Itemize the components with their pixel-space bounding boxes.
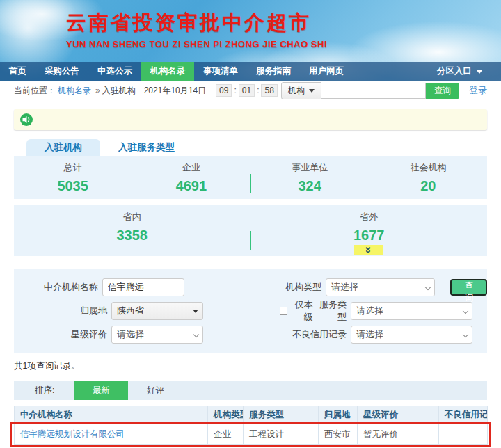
col-header-region: 归属地 (319, 406, 358, 424)
clock-seconds: 58 (261, 84, 277, 97)
nav-item-service-guide[interactable]: 服务指南 (247, 62, 300, 81)
result-count: 共1项查询记录。 (14, 360, 487, 372)
service-type-label: 服务类型 (316, 298, 347, 323)
stat-in-province: 省内 3358 (14, 205, 250, 256)
stat-label: 社会机构 (369, 161, 487, 174)
star-rating-value: 请选择 (117, 329, 144, 339)
cell-service-type: 工程设计 (244, 424, 319, 445)
breadcrumb-current: 入驻机构 (102, 85, 136, 97)
chevron-down-icon (463, 308, 468, 314)
content: 入驻机构 入驻服务类型 总计 5035 企业 4691 事业单位 324 社会机… (0, 109, 501, 448)
sort-bar: 排序: 最新 好评 (14, 381, 487, 400)
col-header-star-rating: 星级评价 (358, 406, 439, 424)
login-link[interactable]: 登录 (469, 84, 487, 97)
star-rating-label: 星级评价 (14, 328, 111, 341)
nav-item-item-list[interactable]: 事项清单 (194, 62, 247, 81)
zone-entry-label: 分区入口 (437, 65, 472, 77)
stat-value: 5035 (14, 178, 132, 194)
region-value: 陕西省 (117, 305, 144, 316)
site-subtitle: YUN NAN SHENG TOU ZI SHEN PI ZHONG JIE C… (66, 39, 501, 49)
chevron-down-icon (193, 310, 198, 313)
org-type-value: 请选择 (331, 282, 358, 292)
col-header-credit-record: 不良信用记录 (439, 406, 488, 424)
org-name-label: 中介机构名称 (14, 281, 102, 294)
breadcrumb-separator: » (95, 86, 100, 95)
sort-label: 排序: (14, 381, 54, 400)
stat-label: 事业单位 (251, 161, 369, 174)
sort-option-best-rated[interactable]: 好评 (128, 381, 182, 400)
chevron-down-icon (309, 89, 315, 93)
org-name-input[interactable] (102, 278, 185, 296)
credit-record-value: 请选择 (356, 329, 383, 339)
col-header-org-type: 机构类型 (208, 406, 244, 424)
org-type-select[interactable]: 请选择 (326, 278, 436, 296)
stat-value: 1677 (251, 227, 488, 243)
org-link[interactable]: 信宇腾远规划设计有限公司 (20, 429, 125, 439)
region-select[interactable]: 陕西省 (111, 302, 203, 320)
star-rating-select[interactable]: 请选择 (111, 326, 203, 344)
filter-row-1: 中介机构名称 机构类型 请选择 查询 (14, 275, 487, 299)
breadcrumb-link-directory[interactable]: 机构名录 (58, 85, 91, 97)
speaker-icon[interactable] (19, 113, 33, 127)
nav-item-selection-publicity[interactable]: 中选公示 (88, 62, 141, 81)
top-search-query-button[interactable]: 查询 (426, 83, 459, 99)
stats-panel-region: 省内 3358 省外 1677 (14, 205, 487, 256)
zone-entry-dropdown[interactable]: 分区入口 (419, 62, 501, 81)
clock-minutes: 01 (239, 84, 255, 97)
only-local-checkbox[interactable] (280, 307, 287, 315)
clock-colon: : (257, 86, 259, 95)
nav-spacer (353, 62, 419, 81)
filter-panel: 中介机构名称 机构类型 请选择 查询 归属地 陕西省 (14, 269, 487, 353)
current-date: 2021年10月14日 (144, 85, 206, 97)
stat-value: 20 (369, 178, 487, 194)
filter-row-3: 星级评价 请选择 不良信用记录 请选择 (14, 323, 487, 346)
top-search-input[interactable] (321, 83, 426, 99)
filter-query-button[interactable]: 查询 (450, 279, 487, 296)
breadcrumb-row: 当前位置： 机构名录 » 入驻机构 2021年10月14日 09 : 01 : … (0, 81, 501, 100)
results-table-wrap: 中介机构名称 机构类型 服务类型 归属地 星级评价 不良信用记录 信宇腾远规划设… (14, 406, 487, 445)
stat-value: 4691 (132, 178, 250, 194)
tab-registered-service-types[interactable]: 入驻服务类型 (100, 139, 193, 156)
search-category-label: 机构 (288, 85, 305, 97)
credit-record-select[interactable]: 请选择 (351, 326, 472, 344)
main-nav: 首页 采购公告 中选公示 机构名录 事项清单 服务指南 用户网页 分区入口 (0, 62, 501, 81)
only-local-label: 仅本级 (290, 298, 313, 323)
col-header-service-type: 服务类型 (244, 406, 319, 424)
page: 云南省投资审批中介超市 YUN NAN SHENG TOU ZI SHEN PI… (0, 0, 501, 448)
site-header: 云南省投资审批中介超市 YUN NAN SHENG TOU ZI SHEN PI… (0, 0, 501, 81)
tab-registered-orgs[interactable]: 入驻机构 (26, 139, 100, 156)
sort-option-newest[interactable]: 最新 (74, 381, 128, 400)
org-type-label: 机构类型 (261, 281, 325, 294)
breadcrumb-prefix: 当前位置： (14, 85, 56, 97)
stat-public-institution: 事业单位 324 (251, 156, 369, 199)
announcement-bar (14, 109, 487, 130)
stat-enterprise: 企业 4691 (132, 156, 250, 199)
service-type-label-group: 仅本级 服务类型 (280, 298, 351, 323)
chevron-down-icon (476, 70, 483, 74)
filter-row-2: 归属地 陕西省 仅本级 服务类型 请选择 (14, 299, 487, 323)
expand-toggle[interactable] (354, 245, 383, 255)
top-search: 机构 查询 登录 (281, 82, 487, 99)
service-type-value: 请选择 (356, 305, 383, 316)
cell-star-rating: 暂无评价 (358, 424, 439, 445)
stat-label: 总计 (14, 161, 132, 174)
results-table: 中介机构名称 机构类型 服务类型 归属地 星级评价 不良信用记录 信宇腾远规划设… (14, 406, 488, 445)
stat-label: 省内 (14, 211, 250, 223)
nav-item-org-directory[interactable]: 机构名录 (141, 62, 194, 81)
site-title: 云南省投资审批中介超市 (66, 9, 501, 37)
cell-region: 西安市 (319, 424, 358, 445)
stat-social-org: 社会机构 20 (369, 156, 487, 199)
search-category-dropdown[interactable]: 机构 (281, 82, 321, 99)
stat-label: 省外 (251, 211, 488, 223)
nav-item-user-page[interactable]: 用户网页 (300, 62, 353, 81)
nav-item-home[interactable]: 首页 (0, 62, 35, 81)
nav-item-procurement-notice[interactable]: 采购公告 (35, 62, 88, 81)
cell-credit-record (439, 424, 488, 445)
service-type-select[interactable]: 请选择 (351, 302, 472, 320)
col-header-org-name: 中介机构名称 (15, 406, 208, 424)
table-row: 信宇腾远规划设计有限公司 企业 工程设计 西安市 暂无评价 (15, 424, 488, 445)
clock-hours: 09 (216, 84, 232, 97)
masthead: 云南省投资审批中介超市 YUN NAN SHENG TOU ZI SHEN PI… (0, 0, 501, 49)
stat-label: 企业 (132, 161, 250, 174)
chevron-down-icon (425, 285, 431, 290)
